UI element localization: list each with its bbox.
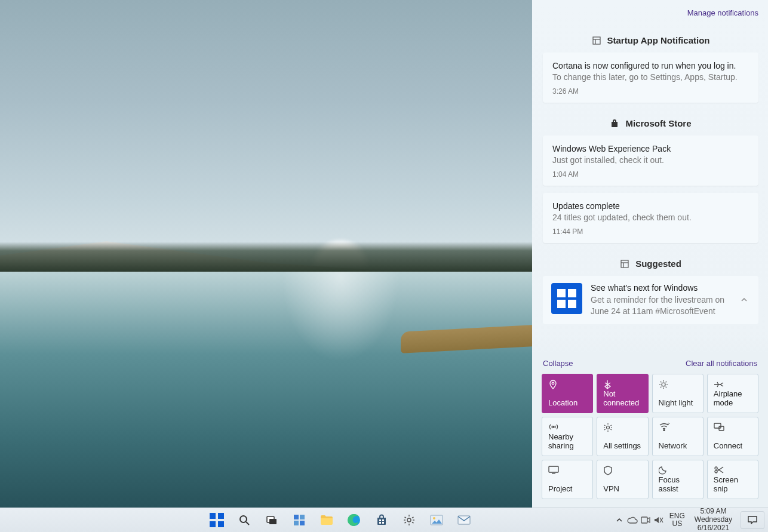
svg-rect-40 <box>379 522 381 524</box>
clear-all-link[interactable]: Clear all notifications <box>686 359 757 368</box>
clock-button[interactable]: 5:09 AM Wednesday 6/16/2021 <box>690 508 737 532</box>
notification-title: Windows Web Experience Pack <box>552 144 749 153</box>
svg-rect-3 <box>621 260 628 267</box>
photos-button[interactable] <box>424 509 449 531</box>
taskbar-pinned-apps <box>204 508 477 532</box>
desktop-wallpaper[interactable] <box>0 0 532 508</box>
onedrive-tray-icon[interactable] <box>626 509 638 531</box>
tile-label: VPN <box>603 485 641 494</box>
connect-icon <box>714 423 752 432</box>
notification-group-header[interactable]: Startup App Notification <box>543 27 758 53</box>
quick-action-nightlight[interactable]: Night light <box>652 374 704 413</box>
quick-actions-area: Collapse Clear all notifications Locatio… <box>532 352 768 508</box>
svg-rect-32 <box>269 519 277 524</box>
clock-day: Wednesday <box>695 516 732 524</box>
svg-rect-36 <box>300 521 305 525</box>
language-indicator[interactable]: ENG US <box>666 512 689 528</box>
quick-action-vpn[interactable]: VPN <box>597 460 648 499</box>
edge-button[interactable] <box>342 509 367 531</box>
airplane-icon <box>714 380 752 389</box>
quick-action-airplane[interactable]: Airplane mode <box>707 374 758 413</box>
start-button[interactable] <box>204 509 229 531</box>
quick-action-connect[interactable]: Connect <box>707 417 758 456</box>
nearby-icon <box>548 423 586 432</box>
tile-label: Not connected <box>603 390 641 408</box>
svg-rect-46 <box>641 517 647 523</box>
notification-group-header[interactable]: Microsoft Store <box>543 110 758 136</box>
clock-time: 5:09 AM <box>695 508 732 516</box>
collapse-group-icon <box>592 36 601 45</box>
suggested-title: See what's next for Windows <box>591 283 730 293</box>
svg-rect-45 <box>458 516 470 524</box>
tray-overflow-button[interactable] <box>613 509 625 531</box>
quick-action-network[interactable]: Network <box>652 417 704 456</box>
windows-logo-icon <box>210 513 224 527</box>
task-view-button[interactable] <box>259 509 284 531</box>
collapse-link[interactable]: Collapse <box>543 359 573 368</box>
widgets-button[interactable] <box>287 509 312 531</box>
notification-time: 3:26 AM <box>552 87 749 96</box>
quick-action-project[interactable]: Project <box>542 460 593 499</box>
svg-line-15 <box>665 382 666 382</box>
notification-detail: Just got installed, check it out. <box>552 155 749 165</box>
meet-now-tray-icon[interactable] <box>640 509 652 531</box>
vpn-icon <box>603 466 641 475</box>
tile-label: Night light <box>659 399 697 408</box>
notification-scroll-area[interactable]: Startup App Notification Cortana is now … <box>532 21 768 352</box>
snip-icon <box>714 466 752 475</box>
svg-line-30 <box>246 522 249 525</box>
svg-point-44 <box>433 517 435 519</box>
quick-action-focus[interactable]: Focus assist <box>652 460 704 499</box>
notification-card[interactable]: Updates complete 24 titles got updated, … <box>543 193 758 243</box>
notification-title: Cortana is now configured to run when yo… <box>552 61 749 70</box>
notification-time: 11:44 PM <box>552 227 749 236</box>
notification-title: Updates complete <box>552 201 749 211</box>
svg-rect-21 <box>714 423 721 428</box>
suggested-card[interactable]: See what's next for Windows Get a remind… <box>543 276 758 324</box>
tile-label: Screen snip <box>714 476 752 494</box>
notification-group-suggested: Suggested See what's next for Windows Ge… <box>543 250 758 324</box>
action-center-button[interactable] <box>741 511 764 529</box>
quick-action-bluetooth[interactable]: Not connected <box>597 374 648 413</box>
svg-line-12 <box>661 382 661 382</box>
search-button[interactable] <box>232 509 257 531</box>
bluetooth-icon <box>603 380 641 389</box>
tile-label: Nearby sharing <box>548 433 586 451</box>
mail-button[interactable] <box>451 509 477 531</box>
project-icon <box>548 466 586 475</box>
svg-point-29 <box>240 516 247 522</box>
svg-rect-23 <box>549 466 558 472</box>
group-title: Startup App Notification <box>607 35 710 45</box>
tile-label: Airplane mode <box>714 390 752 408</box>
file-explorer-button[interactable] <box>314 509 339 531</box>
notification-group-header[interactable]: Suggested <box>543 250 758 276</box>
network-icon <box>659 423 697 432</box>
suggested-detail: Get a reminder for the livestream on Jun… <box>591 294 730 317</box>
quick-action-snip[interactable]: Screen snip <box>707 460 758 499</box>
tile-label: Connect <box>714 442 752 451</box>
quick-action-location[interactable]: Location <box>542 374 593 413</box>
manage-notifications-link[interactable]: Manage notifications <box>532 0 768 21</box>
notification-group-startup: Startup App Notification Cortana is now … <box>543 27 758 103</box>
notification-detail: To change this later, go to Settings, Ap… <box>552 72 749 82</box>
quick-action-settings[interactable]: All settings <box>597 417 648 456</box>
volume-tray-icon[interactable] <box>653 509 665 531</box>
focus-icon <box>659 466 697 475</box>
notification-card[interactable]: Cortana is now configured to run when yo… <box>543 53 758 103</box>
svg-point-42 <box>407 518 411 522</box>
taskbar: ENG US 5:09 AM Wednesday 6/16/2021 <box>0 508 768 532</box>
group-title: Microsoft Store <box>625 118 691 128</box>
tile-label: Location <box>548 399 586 408</box>
chevron-up-icon[interactable] <box>738 294 750 306</box>
notification-card[interactable]: Windows Web Experience Pack Just got ins… <box>543 136 758 186</box>
collapse-group-icon <box>620 259 629 269</box>
svg-line-13 <box>665 387 666 388</box>
svg-rect-0 <box>593 37 600 44</box>
svg-point-17 <box>607 426 610 429</box>
microsoft-store-button[interactable] <box>369 509 394 531</box>
settings-icon <box>603 423 641 432</box>
notification-detail: 24 titles got updated, check them out. <box>552 213 749 222</box>
store-icon <box>610 119 619 128</box>
settings-button[interactable] <box>397 509 422 531</box>
quick-action-nearby[interactable]: Nearby sharing <box>542 417 593 456</box>
